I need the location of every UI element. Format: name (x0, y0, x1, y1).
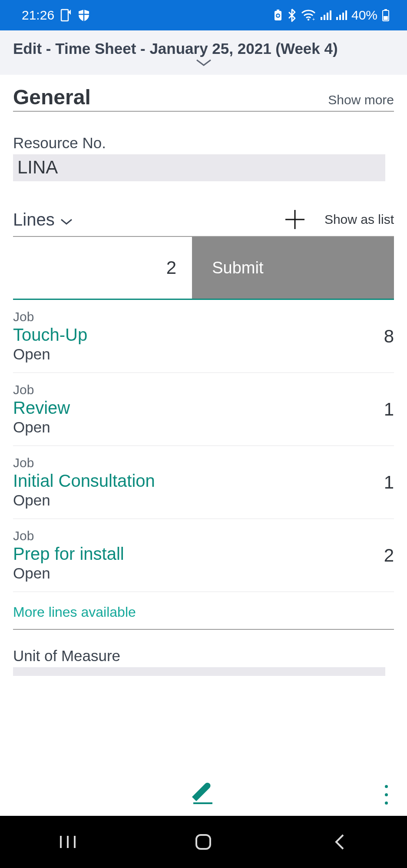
bluetooth-icon (287, 8, 297, 22)
job-list-item[interactable]: JobPrep for installOpen2 (13, 519, 394, 592)
page-title: Edit - Time Sheet - January 25, 2021 (We… (13, 40, 338, 57)
battery-icon (382, 9, 390, 22)
job-status: Open (13, 565, 124, 582)
back-button[interactable] (324, 833, 354, 851)
job-type-label: Job (13, 529, 124, 543)
svg-rect-21 (193, 802, 212, 804)
svg-rect-10 (327, 13, 328, 20)
swipe-row-value: 2 (13, 237, 192, 299)
svg-rect-9 (324, 15, 325, 20)
job-list-item[interactable]: JobInitial ConsultationOpen1 (13, 446, 394, 519)
job-type-label: Job (13, 456, 155, 470)
content-area: General Show more Resource No. LINA Line… (0, 75, 407, 676)
svg-point-6 (308, 19, 309, 20)
job-status: Open (13, 492, 155, 509)
android-nav-bar (0, 816, 407, 868)
edit-button[interactable] (190, 782, 218, 808)
svg-rect-11 (330, 10, 331, 20)
uom-label: Unit of Measure (13, 647, 394, 665)
submit-action[interactable]: Submit (192, 237, 394, 299)
job-name[interactable]: Touch-Up (13, 325, 87, 345)
job-value: 2 (384, 545, 394, 566)
job-list-item[interactable]: JobTouch-UpOpen8 (13, 300, 394, 373)
svg-rect-14 (342, 13, 344, 20)
uom-input[interactable] (13, 667, 385, 676)
section-general-header: General Show more (13, 85, 394, 112)
svg-text:+: + (312, 17, 315, 21)
svg-rect-4 (277, 10, 279, 11)
home-button[interactable] (188, 832, 218, 851)
resource-no-input[interactable]: LINA (13, 154, 385, 181)
svg-rect-8 (321, 17, 322, 20)
field-resource-no: Resource No. LINA (13, 134, 394, 181)
lines-title[interactable]: Lines (13, 210, 73, 229)
battery-saver-icon (273, 9, 283, 21)
section-title-general: General (13, 85, 91, 109)
job-value: 1 (384, 472, 394, 493)
job-name[interactable]: Review (13, 398, 70, 418)
svg-rect-13 (339, 15, 341, 20)
job-name[interactable]: Initial Consultation (13, 471, 155, 491)
status-time: 21:26 (22, 8, 54, 23)
job-list-item[interactable]: JobReviewOpen1 (13, 373, 394, 446)
svg-rect-25 (196, 835, 210, 849)
signal-icon-2 (336, 10, 347, 20)
job-status: Open (13, 346, 87, 363)
add-line-button[interactable] (283, 207, 307, 232)
recents-button[interactable] (53, 834, 83, 850)
page-header[interactable]: Edit - Time Sheet - January 25, 2021 (We… (0, 30, 407, 75)
job-list: JobTouch-UpOpen8JobReviewOpen1JobInitial… (13, 300, 394, 592)
more-lines-link[interactable]: More lines available (13, 592, 394, 630)
chevron-down-icon (60, 210, 73, 229)
svg-rect-15 (345, 10, 347, 20)
svg-rect-0 (61, 10, 68, 21)
lines-title-text: Lines (13, 210, 55, 229)
svg-rect-18 (384, 16, 388, 20)
job-value: 8 (384, 326, 394, 347)
swipe-action-row[interactable]: 2 Submit (13, 237, 394, 300)
section-lines-header: Lines Show as list (13, 207, 394, 237)
bottom-app-bar (0, 774, 407, 815)
android-status-bar: 21:26 + 40% (0, 0, 407, 30)
svg-rect-17 (384, 9, 387, 10)
show-more-link[interactable]: Show more (328, 93, 394, 107)
job-type-label: Job (13, 382, 70, 397)
job-value: 1 (384, 399, 394, 420)
signal-icon-1 (320, 10, 331, 20)
svg-rect-12 (336, 17, 338, 20)
field-unit-of-measure: Unit of Measure (13, 647, 394, 676)
resource-no-label: Resource No. (13, 134, 394, 152)
show-as-list-link[interactable]: Show as list (324, 212, 394, 227)
wifi-icon: + (301, 10, 316, 21)
more-menu-button[interactable] (385, 785, 388, 805)
job-name[interactable]: Prep for install (13, 544, 124, 564)
shield-icon (78, 9, 90, 22)
battery-percent: 40% (351, 8, 377, 23)
device-icon (60, 9, 72, 22)
job-type-label: Job (13, 309, 87, 324)
chevron-down-icon[interactable] (194, 58, 213, 69)
job-status: Open (13, 419, 70, 436)
